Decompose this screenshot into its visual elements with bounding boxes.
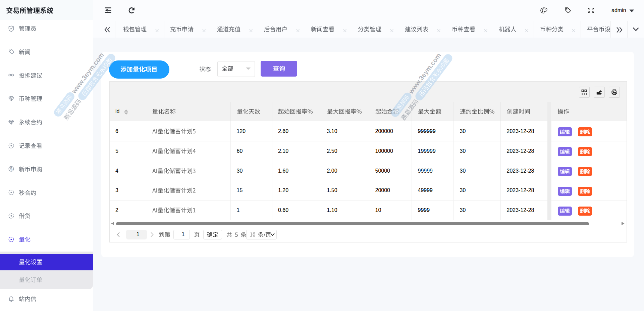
svg-text:$: $ xyxy=(10,167,12,171)
